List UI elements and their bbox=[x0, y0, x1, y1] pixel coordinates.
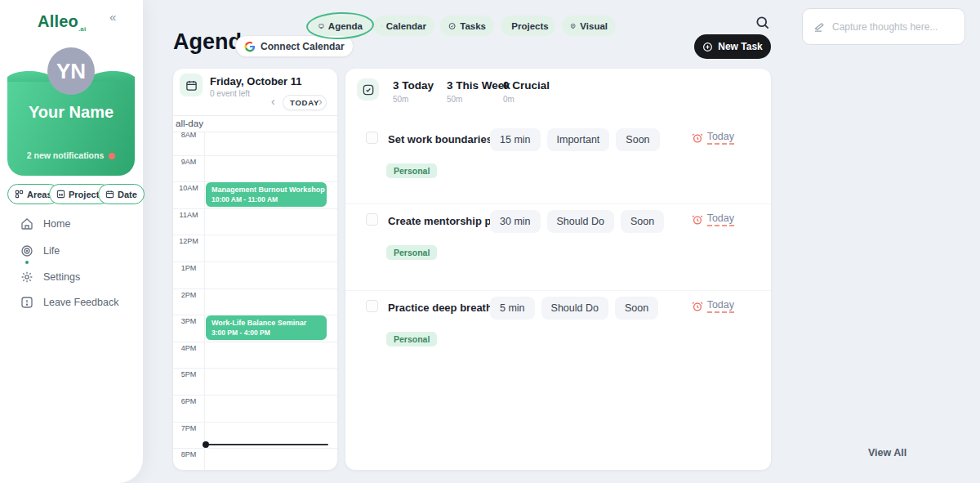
calendar-hour-row[interactable]: 12PM bbox=[173, 235, 337, 262]
due-date[interactable]: Today bbox=[692, 212, 734, 226]
calendar-panel: Friday, October 11 0 event left ‹ TODAY … bbox=[173, 69, 337, 470]
calendar-hour-row[interactable]: 5PM bbox=[173, 368, 337, 395]
view-all-link[interactable]: View All bbox=[868, 447, 906, 458]
all-day-label: all-day bbox=[176, 119, 203, 128]
tab-tasks[interactable]: Tasks bbox=[440, 16, 494, 36]
priority-chip[interactable]: Should Do bbox=[541, 297, 608, 320]
task-checkbox[interactable] bbox=[366, 300, 378, 312]
calendar-hour-row[interactable]: 1PM bbox=[173, 262, 337, 288]
life-active-dot bbox=[25, 261, 29, 264]
prev-day-button[interactable]: ‹ bbox=[271, 95, 275, 108]
due-label: Today bbox=[707, 299, 734, 313]
hour-label: 11AM bbox=[173, 211, 204, 219]
pen-icon bbox=[813, 20, 826, 33]
projects-icon bbox=[56, 190, 65, 199]
time-column-divider bbox=[204, 116, 205, 470]
filter-label: Date bbox=[118, 190, 137, 199]
agenda-icon bbox=[318, 21, 324, 31]
sidebar-item-label: Home bbox=[43, 218, 70, 230]
tasks-header-icon-box bbox=[357, 78, 379, 101]
calendar-hour-row[interactable]: 6PM bbox=[173, 395, 337, 422]
hour-label: 10AM bbox=[173, 184, 204, 192]
event-title: Management Burnout Workshop bbox=[212, 186, 321, 194]
alarm-icon bbox=[692, 301, 703, 312]
tab-calendar[interactable]: Calendar bbox=[373, 16, 434, 36]
hour-label: 2PM bbox=[173, 291, 204, 299]
duration-chip[interactable]: 30 min bbox=[490, 210, 541, 233]
due-date[interactable]: Today bbox=[692, 299, 734, 313]
stat-crucial: 0 Crucial0m bbox=[503, 79, 550, 104]
duration-chip[interactable]: 15 min bbox=[490, 128, 541, 151]
task-row: Set work boundaries 15 min Important Soo… bbox=[345, 123, 771, 204]
tasks-panel: 3 Today50m 3 This Week50m 0 Crucial0m Se… bbox=[345, 69, 771, 470]
task-checkbox[interactable] bbox=[366, 213, 378, 226]
calendar-hour-row[interactable]: 9AM bbox=[173, 155, 337, 182]
quick-capture bbox=[802, 8, 965, 45]
filter-label: Areas bbox=[27, 190, 52, 199]
new-task-button[interactable]: New Task bbox=[694, 34, 771, 59]
calendar-hour-row[interactable]: 2PM bbox=[173, 288, 337, 315]
task-title: Set work boundaries bbox=[388, 133, 492, 145]
due-date[interactable]: Today bbox=[692, 131, 734, 145]
sidebar-item-leave-feedback[interactable]: Leave Feedback bbox=[20, 296, 118, 309]
google-icon bbox=[244, 41, 256, 52]
calendar-grid: 8AM9AM10AM11AM12PM1PM2PM3PM4PM5PM6PM7PM8… bbox=[173, 115, 337, 470]
visual-mind-icon bbox=[570, 21, 576, 31]
sidebar-item-settings[interactable]: Settings bbox=[20, 271, 80, 284]
alarm-icon bbox=[692, 214, 703, 226]
event-time: 3:00 PM - 4:00 PM bbox=[212, 329, 321, 337]
tab-label: Calendar bbox=[386, 21, 426, 31]
priority-chip[interactable]: Should Do bbox=[547, 210, 614, 233]
tab-agenda[interactable]: Agenda bbox=[310, 16, 371, 36]
due-label: Today bbox=[707, 131, 734, 145]
profile-name: Your Name bbox=[7, 103, 135, 122]
task-title: Create mentorship plan bbox=[388, 215, 506, 227]
urgency-chip[interactable]: Soon bbox=[621, 210, 664, 233]
areas-icon bbox=[15, 190, 24, 199]
check-circle-icon bbox=[448, 21, 456, 31]
tab-visual[interactable]: Visual bbox=[562, 16, 616, 36]
alarm-icon bbox=[692, 132, 703, 144]
calendar-event[interactable]: Management Burnout Workshop 10:00 AM - 1… bbox=[206, 182, 327, 207]
calendar-hour-row[interactable]: 8PM bbox=[173, 448, 337, 470]
connect-calendar-button[interactable]: Connect Calendar bbox=[235, 35, 354, 57]
task-checkbox[interactable] bbox=[366, 132, 378, 144]
hour-label: 5PM bbox=[173, 370, 204, 378]
stat-today: 3 Today50m bbox=[393, 79, 434, 104]
calendar-hour-row[interactable]: 4PM bbox=[173, 342, 337, 369]
avatar[interactable]: YN bbox=[47, 47, 95, 95]
due-label: Today bbox=[707, 212, 734, 226]
task-row: Practice deep breathing 5 min Should Do … bbox=[345, 291, 771, 378]
notifications-link[interactable]: 2 new notifications bbox=[7, 150, 135, 160]
sidebar-collapse-button[interactable]: « bbox=[109, 10, 116, 24]
quick-capture-input[interactable] bbox=[832, 21, 959, 33]
task-row: Create mentorship plan 30 min Should Do … bbox=[345, 204, 771, 291]
calendar-hour-row[interactable]: 11AM bbox=[173, 208, 337, 235]
tab-label: Visual bbox=[580, 21, 608, 31]
calendar-events-left: 0 event left bbox=[210, 89, 250, 98]
search-icon[interactable] bbox=[755, 15, 771, 31]
tag-personal[interactable]: Personal bbox=[386, 332, 437, 347]
next-day-button[interactable]: › bbox=[318, 95, 323, 108]
sidebar-item-label: Settings bbox=[43, 271, 80, 283]
stat-this-week: 3 This Week50m bbox=[447, 79, 510, 104]
urgency-chip[interactable]: Soon bbox=[616, 128, 659, 151]
sidebar-item-label: Leave Feedback bbox=[43, 297, 118, 308]
all-day-row: all-day bbox=[173, 116, 337, 132]
hour-label: 12PM bbox=[173, 237, 204, 245]
life-target-icon bbox=[20, 244, 33, 257]
tag-personal[interactable]: Personal bbox=[386, 163, 437, 178]
duration-chip[interactable]: 5 min bbox=[490, 297, 535, 320]
sidebar-item-life[interactable]: Life bbox=[20, 244, 60, 257]
new-task-label: New Task bbox=[718, 41, 762, 52]
calendar-icon bbox=[381, 21, 382, 31]
tag-personal[interactable]: Personal bbox=[386, 245, 437, 260]
sidebar-item-home[interactable]: Home bbox=[20, 217, 70, 230]
calendar-event[interactable]: Work-Life Balance Seminar 3:00 PM - 4:00… bbox=[206, 315, 327, 340]
filter-date-button[interactable]: Date bbox=[98, 184, 145, 204]
hour-label: 6PM bbox=[173, 397, 204, 405]
tab-projects[interactable]: Projects bbox=[501, 16, 555, 36]
urgency-chip[interactable]: Soon bbox=[615, 297, 658, 320]
plus-circle-icon bbox=[702, 42, 713, 52]
priority-chip[interactable]: Important bbox=[547, 128, 610, 151]
